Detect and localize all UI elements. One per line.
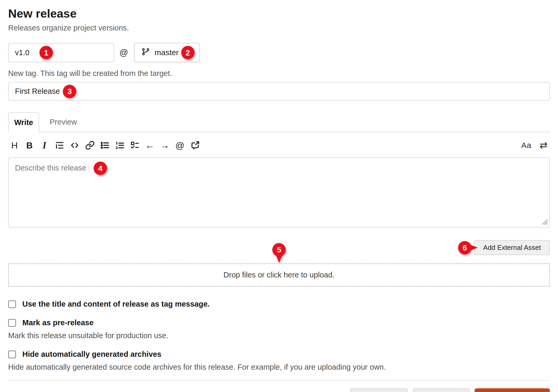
option-pre-release-row[interactable]: Mark as pre-release [8, 318, 550, 327]
release-title-input[interactable] [8, 82, 550, 101]
footer-divider [8, 380, 550, 381]
markdown-toolbar: H B I 1 2 [8, 140, 550, 151]
toolbar-right-group: Aa ⇄ [521, 140, 548, 151]
annotation-marker-6-tail [470, 245, 478, 251]
option-tag-message-row[interactable]: Use the title and content of release as … [8, 300, 550, 308]
unordered-list-icon[interactable] [100, 140, 110, 151]
dropzone-text: Drop files or click here to upload. [224, 271, 334, 279]
release-options: Use the title and content of release as … [8, 300, 550, 372]
at-symbol: @ [119, 48, 128, 58]
publish-release-button[interactable]: Publish release [475, 388, 550, 392]
release-description-wrap: 4 [8, 157, 550, 229]
annotation-marker-2: 2 [181, 46, 195, 59]
pre-release-label: Mark as pre-release [22, 318, 94, 327]
option-hide-archives: Hide automatically generated archives Hi… [8, 350, 550, 372]
tag-message-checkbox[interactable] [8, 300, 16, 308]
bold-icon[interactable]: B [25, 140, 34, 151]
mention-icon[interactable]: @ [175, 140, 185, 151]
indent-arrow-icon[interactable]: → [160, 140, 170, 151]
save-draft-button[interactable]: Save draft [413, 388, 470, 392]
heading-icon[interactable]: H [10, 140, 19, 151]
link-icon[interactable] [85, 140, 95, 151]
svg-text:2: 2 [116, 146, 118, 150]
switch-editor-icon[interactable]: ⇄ [539, 140, 548, 151]
outdent-arrow-icon[interactable]: ← [145, 140, 155, 151]
create-tag-button[interactable]: Create tag [350, 388, 408, 392]
page-title: New release [8, 7, 550, 20]
hide-archives-checkbox[interactable] [8, 350, 16, 358]
release-description-textarea[interactable] [8, 157, 550, 228]
hide-archives-label: Hide automatically generated archives [22, 350, 161, 359]
tab-write[interactable]: Write [8, 112, 39, 132]
pre-release-description: Mark this release unsuitable for product… [8, 331, 550, 340]
tag-message-label: Use the title and content of release as … [22, 300, 210, 308]
hide-archives-description: Hide automatically generated source code… [8, 363, 550, 372]
annotation-marker-4: 4 [94, 162, 107, 175]
italic-icon[interactable]: I [40, 140, 49, 151]
tag-name-input-wrap: 1 [8, 43, 114, 62]
tag-name-input[interactable] [8, 43, 114, 62]
page-subtitle: Releases organize project versions. [8, 24, 550, 32]
pre-release-checkbox[interactable] [8, 319, 16, 327]
ordered-list-icon[interactable]: 1 2 [115, 140, 125, 151]
annotation-marker-3: 3 [63, 85, 76, 98]
git-branch-icon [141, 48, 150, 58]
textarea-resize-handle[interactable] [541, 218, 548, 226]
quote-icon[interactable] [55, 140, 64, 151]
option-tag-message: Use the title and content of release as … [8, 300, 550, 308]
footer-actions: Create tag Save draft Publish release [8, 388, 550, 392]
tag-target-row: 1 @ master 2 [8, 43, 550, 62]
annotation-marker-5-tail [276, 254, 282, 263]
tab-preview[interactable]: Preview [39, 112, 87, 132]
release-title-input-wrap: 3 [8, 82, 550, 101]
code-icon[interactable] [70, 140, 80, 151]
monospace-icon[interactable]: Aa [521, 140, 531, 151]
option-pre-release: Mark as pre-release Mark this release un… [8, 318, 550, 340]
annotation-marker-6: 6 [458, 241, 471, 254]
svg-text:1: 1 [116, 141, 118, 145]
add-external-asset-button[interactable]: Add External Asset [474, 240, 550, 255]
tag-help-text: New tag. This tag will be created from t… [8, 69, 550, 78]
target-branch-button[interactable]: master 2 [134, 43, 200, 62]
option-hide-archives-row[interactable]: Hide automatically generated archives [8, 350, 550, 359]
reference-icon[interactable] [190, 140, 200, 151]
annotation-marker-5: 5 [272, 243, 286, 263]
task-list-icon[interactable] [130, 140, 140, 151]
editor-tab-bar: Write Preview [8, 112, 550, 132]
attachments-dropzone[interactable]: 5 Drop files or click here to upload. [8, 263, 550, 287]
target-branch-label: master [155, 48, 179, 57]
annotation-marker-1: 1 [39, 46, 53, 59]
new-release-page: New release Releases organize project ve… [0, 0, 558, 392]
